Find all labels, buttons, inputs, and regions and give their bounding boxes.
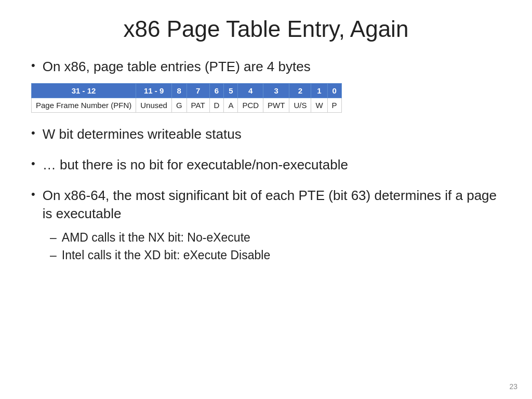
td-d: D: [209, 98, 224, 112]
th-5: 5: [224, 83, 238, 98]
th-6: 6: [209, 83, 224, 98]
slide: x86 Page Table Entry, Again • On x86, pa…: [0, 0, 532, 399]
td-pwt: PWT: [263, 98, 289, 112]
th-4: 4: [238, 83, 263, 98]
sub-bullet-2-text: Intel calls it the XD bit: eXecute Disab…: [62, 248, 270, 263]
th-1: 1: [311, 83, 327, 98]
sub-dash-2: –: [50, 248, 57, 263]
bullet-2-block: • W bit determines writeable status: [31, 125, 501, 151]
bullet-4: • On x86-64, the most significant bit of…: [31, 187, 501, 223]
bullet-dot-2: •: [31, 126, 35, 140]
bullet-4-block: • On x86-64, the most significant bit of…: [31, 187, 501, 263]
bullet-1-block: • On x86, page table entries (PTE) are 4…: [31, 58, 501, 120]
th-0: 0: [327, 83, 341, 98]
sub-bullet-1: – AMD calls it the NX bit: No-eXecute: [50, 230, 501, 246]
pte-table: 31 - 12 11 - 9 8 7 6 5 4 3 2 1 0: [31, 83, 342, 113]
th-3: 3: [263, 83, 289, 98]
th-31-12: 31 - 12: [32, 83, 136, 98]
bullet-dot-3: •: [31, 157, 35, 170]
table-data-row: Page Frame Number (PFN) Unused G PAT D A…: [32, 98, 342, 112]
bullet-1: • On x86, page table entries (PTE) are 4…: [31, 58, 501, 76]
td-w: W: [311, 98, 327, 112]
bullet-2-text: W bit determines writeable status: [43, 125, 242, 143]
bullet-1-text: On x86, page table entries (PTE) are 4 b…: [43, 58, 311, 76]
sub-bullet-2: – Intel calls it the XD bit: eXecute Dis…: [50, 248, 501, 263]
table-header-row: 31 - 12 11 - 9 8 7 6 5 4 3 2 1 0: [32, 83, 342, 98]
td-p: P: [327, 98, 341, 112]
td-pfn: Page Frame Number (PFN): [32, 98, 136, 112]
td-us: U/S: [289, 98, 311, 112]
sub-bullets-container: – AMD calls it the NX bit: No-eXecute – …: [50, 230, 501, 263]
th-7: 7: [187, 83, 209, 98]
td-pcd: PCD: [238, 98, 263, 112]
td-a: A: [224, 98, 238, 112]
page-number: 23: [509, 382, 517, 391]
bullet-2: • W bit determines writeable status: [31, 125, 501, 143]
th-2: 2: [289, 83, 311, 98]
content-area: • On x86, page table entries (PTE) are 4…: [31, 58, 501, 383]
bullet-3: • … but there is no bit for executable/n…: [31, 156, 501, 174]
bullet-dot-4: •: [31, 188, 35, 201]
pte-table-container: 31 - 12 11 - 9 8 7 6 5 4 3 2 1 0: [31, 83, 501, 113]
bullet-4-text: On x86-64, the most significant bit of e…: [43, 187, 501, 223]
th-11-9: 11 - 9: [136, 83, 172, 98]
th-8: 8: [171, 83, 187, 98]
td-pat: PAT: [187, 98, 209, 112]
sub-dash-1: –: [50, 230, 57, 246]
td-unused: Unused: [136, 98, 172, 112]
sub-bullet-1-text: AMD calls it the NX bit: No-eXecute: [62, 230, 250, 246]
bullet-dot-1: •: [31, 59, 35, 72]
bullet-3-text: … but there is no bit for executable/non…: [43, 156, 348, 174]
bullet-3-block: • … but there is no bit for executable/n…: [31, 156, 501, 181]
slide-title: x86 Page Table Entry, Again: [31, 16, 501, 43]
td-g: G: [171, 98, 187, 112]
